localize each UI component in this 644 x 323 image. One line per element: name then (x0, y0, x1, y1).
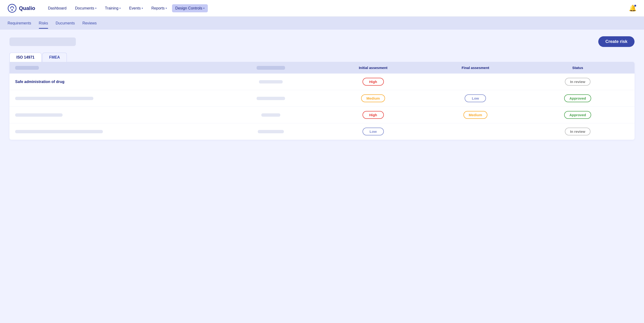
logo-text: Qualio (19, 5, 35, 11)
header-name-placeholder (15, 66, 220, 70)
status-badge-in-review: In review (565, 78, 590, 86)
header-initial-assessment: Initial assesment (322, 66, 424, 70)
assessment-badge-low: Low (362, 128, 384, 135)
row-col2 (220, 97, 322, 100)
nav-dashboard[interactable]: Dashboard (44, 4, 70, 12)
table-row[interactable]: High Medium Approved (10, 107, 634, 123)
row-title: Safe administration of drug (15, 80, 220, 84)
subnav-documents[interactable]: Ducuments (56, 18, 75, 29)
svg-point-0 (8, 4, 16, 12)
chevron-down-icon: ▾ (95, 7, 96, 10)
row-initial-assessment: High (322, 78, 424, 86)
status-badge-in-review: In review (565, 128, 590, 135)
sub-navigation: Requirements Risks Ducuments Reviews (0, 17, 644, 30)
chevron-down-icon: ▾ (166, 7, 167, 10)
subnav-reviews[interactable]: Reviews (82, 18, 97, 29)
nav-design-controls[interactable]: Design Controls ▾ (172, 4, 208, 12)
row-title-placeholder (15, 113, 220, 117)
row-initial-assessment: High (322, 111, 424, 119)
row-col2 (220, 113, 322, 117)
row-col2 (220, 130, 322, 133)
chevron-down-icon: ▾ (203, 7, 204, 10)
header-status: Status (526, 66, 629, 70)
table-row[interactable]: Safe administration of drug High In revi… (10, 74, 634, 90)
nav-events[interactable]: Events ▾ (126, 4, 146, 12)
assessment-badge-high: High (362, 111, 384, 119)
create-risk-button[interactable]: Create risk (598, 36, 634, 47)
notification-dot (634, 5, 636, 7)
chevron-down-icon: ▾ (142, 7, 143, 10)
nav-documents[interactable]: Documents ▾ (72, 4, 100, 12)
row-status: Approved (526, 111, 629, 119)
table-row[interactable]: Medium Low Approved (10, 90, 634, 107)
row-initial-assessment: Low (322, 128, 424, 135)
row-final-assessment: Low (424, 94, 527, 102)
nav-training[interactable]: Training ▾ (102, 4, 124, 12)
svg-point-1 (11, 9, 13, 11)
table-header: Initial assesment Final assesment Status (10, 62, 634, 74)
nav-reports[interactable]: Reports ▾ (148, 4, 170, 12)
row-status: In review (526, 128, 629, 135)
row-status: Approved (526, 94, 629, 102)
qualio-logo-icon (8, 4, 16, 13)
row-initial-assessment: Medium (322, 94, 424, 102)
assessment-badge-low: Low (465, 94, 486, 102)
risk-view-tabs: ISO 14971 FMEA (10, 53, 634, 62)
chevron-down-icon: ▾ (120, 7, 120, 10)
risk-table: Initial assesment Final assesment Status… (10, 62, 634, 140)
row-final-assessment: Medium (424, 111, 527, 119)
row-status: In review (526, 78, 629, 86)
assessment-badge-medium: Medium (361, 94, 385, 102)
assessment-badge-medium: Medium (464, 111, 488, 119)
nav-links: Dashboard Documents ▾ Training ▾ Events … (44, 4, 629, 12)
tab-fmea[interactable]: FMEA (42, 53, 67, 62)
row-title-placeholder (15, 97, 220, 100)
main-content: Create risk ISO 14971 FMEA Initial asses… (0, 30, 644, 146)
status-badge-approved: Approved (564, 94, 591, 102)
row-col2 (220, 80, 322, 84)
header-filter-placeholder (220, 66, 322, 70)
status-badge-approved: Approved (564, 111, 591, 119)
toolbar: Create risk (10, 36, 634, 47)
subnav-risks[interactable]: Risks (39, 18, 48, 29)
subnav-requirements[interactable]: Requirements (8, 18, 31, 29)
tab-iso-14971[interactable]: ISO 14971 (10, 53, 42, 62)
assessment-badge-high: High (362, 78, 384, 86)
top-navigation: Qualio Dashboard Documents ▾ Training ▾ … (0, 0, 644, 17)
notification-bell[interactable]: 🔔 (629, 5, 636, 12)
logo[interactable]: Qualio (8, 4, 35, 13)
row-title-placeholder (15, 130, 220, 133)
table-row[interactable]: Low In review (10, 123, 634, 140)
header-final-assessment: Final assesment (424, 66, 527, 70)
search-input[interactable] (10, 38, 76, 46)
